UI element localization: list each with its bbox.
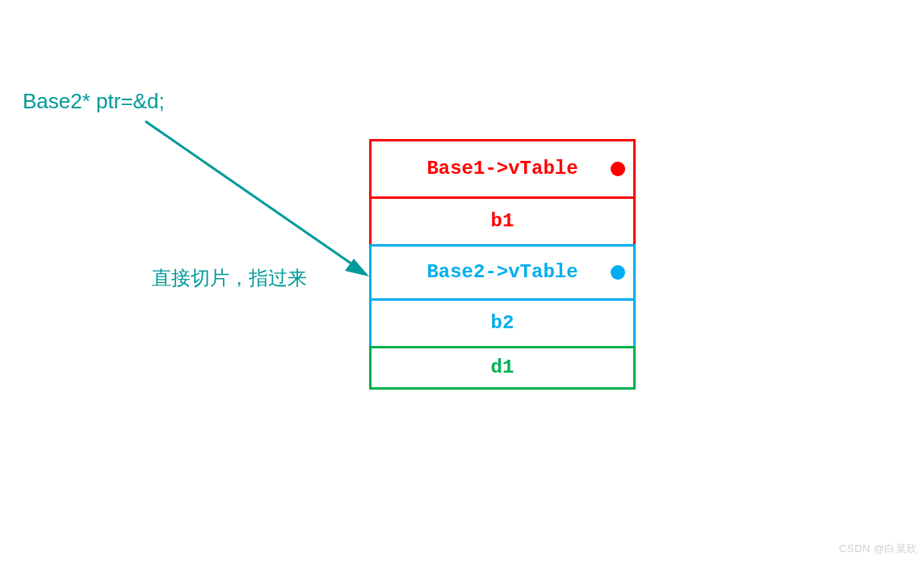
row-b2: b2 [369, 298, 636, 348]
memory-layout-table: Base1->vTable b1 Base2->vTable b2 d1 [369, 139, 636, 390]
row-label: d1 [491, 356, 514, 378]
arrow-head-icon [345, 259, 369, 276]
arrow-line [145, 121, 359, 269]
row-b1: b1 [369, 196, 636, 247]
row-label: Base2->vTable [426, 261, 578, 283]
row-label: b1 [491, 210, 514, 232]
watermark: CSDN @白菜欣 [839, 542, 918, 556]
row-label: b2 [491, 312, 514, 334]
row-base1-vtable: Base1->vTable [369, 139, 636, 199]
dot-icon [611, 265, 625, 280]
slice-annotation: 直接切片，指过来 [152, 265, 307, 291]
dot-icon [611, 162, 625, 176]
row-base2-vtable: Base2->vTable [369, 244, 636, 301]
pointer-code: Base2* ptr=&d; [23, 89, 165, 114]
row-d1: d1 [369, 346, 636, 390]
row-label: Base1->vTable [426, 158, 578, 179]
